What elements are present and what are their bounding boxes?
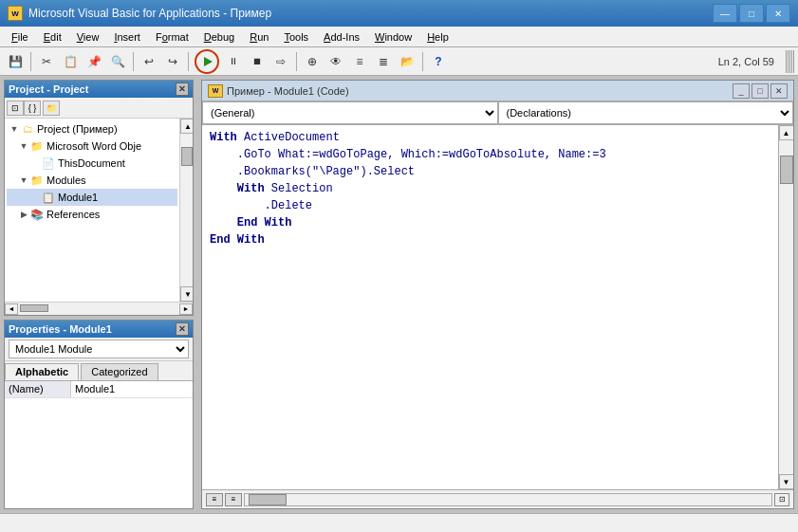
toolbar: 💾 ✂ 📋 📌 🔍 ↩ ↪ ⏸ ⏹ ⇨ ⊕ 👁 ≡ ≣ 📂 ? Ln 2, Co… — [0, 47, 798, 76]
tree-vscroll-thumb[interactable] — [181, 147, 193, 166]
imm-button[interactable]: ≣ — [372, 50, 395, 73]
code-object-select[interactable]: (General) — [202, 101, 498, 124]
project-panel-title: Project - Project — [9, 83, 88, 95]
menu-debug[interactable]: Debug — [196, 29, 242, 45]
code-bottom-btn1[interactable]: ≡ — [206, 493, 223, 506]
undo-button[interactable]: ↩ — [138, 50, 160, 73]
tree-scroll-left[interactable] — [5, 303, 18, 315]
tree-scroll-right[interactable] — [179, 303, 193, 315]
prop-module-select[interactable]: Module1 Module — [9, 339, 189, 358]
menu-tools[interactable]: Tools — [276, 29, 316, 45]
tree-toggle-wordobj[interactable]: ▼ — [18, 141, 29, 151]
left-panels: Project - Project ✕ ⊡ { } 📁 ▼ 🗂 Project … — [4, 80, 194, 509]
pause-button[interactable]: ⏸ — [222, 50, 245, 73]
code-vscroll[interactable]: ▲ ▼ — [778, 125, 793, 489]
code-win-max[interactable]: □ — [752, 83, 769, 99]
watch-button[interactable]: 👁 — [325, 50, 347, 73]
close-button[interactable]: ✕ — [766, 4, 790, 23]
minimize-button[interactable]: — — [713, 4, 737, 23]
tree-toggle-project[interactable]: ▼ — [9, 124, 20, 134]
proj-toggle-folders-btn[interactable]: 📁 — [43, 101, 60, 116]
help-icon-btn[interactable]: ? — [427, 50, 450, 73]
paste-button[interactable]: 📌 — [83, 50, 105, 73]
properties-panel-title: Properties - Module1 — [9, 323, 112, 335]
code-hscroll[interactable] — [244, 493, 772, 506]
menu-file[interactable]: File — [4, 29, 36, 45]
tree-item-module1[interactable]: 📋 Module1 — [7, 189, 177, 206]
code-win-min[interactable]: _ — [733, 83, 750, 99]
save-button[interactable]: 💾 — [4, 50, 27, 73]
code-window-icon: W — [208, 84, 223, 98]
code-editor[interactable]: With ActiveDocument .GoTo What:=wdGoToPa… — [202, 125, 778, 489]
tree-vscroll[interactable] — [179, 119, 193, 302]
cut-button[interactable]: ✂ — [35, 50, 58, 73]
menu-format[interactable]: Format — [148, 29, 196, 45]
tree-item-project[interactable]: ▼ 🗂 Project (Пример) — [7, 120, 177, 138]
menu-view[interactable]: View — [69, 29, 107, 45]
prop-tab-alphabetic[interactable]: Alphabetic — [5, 363, 79, 380]
proj-view-code-btn[interactable]: { } — [24, 101, 41, 116]
code-win-close[interactable]: ✕ — [770, 83, 788, 99]
tree-toggle-modules[interactable]: ▼ — [18, 175, 29, 185]
toolbar-sep-5 — [422, 52, 423, 71]
bp-button[interactable]: ⊕ — [301, 50, 324, 73]
menu-edit[interactable]: Edit — [36, 29, 69, 45]
project-folder-icon: 🗂 — [20, 122, 35, 136]
properties-panel-close[interactable]: ✕ — [176, 322, 189, 336]
menu-insert[interactable]: Insert — [106, 29, 148, 45]
code-window: W Пример - Module1 (Code) _ □ ✕ (General… — [201, 80, 794, 509]
tree-hscroll[interactable] — [5, 302, 193, 315]
code-proc-select[interactable]: (Declarations) — [498, 101, 794, 124]
obj-button[interactable]: 📂 — [396, 50, 418, 73]
menu-addins[interactable]: Add-Ins — [316, 29, 367, 45]
menu-run[interactable]: Run — [242, 29, 276, 45]
tree-label-thisdoc: ThisDocument — [58, 157, 125, 169]
maximize-button[interactable]: □ — [739, 4, 764, 23]
prop-tabs: Alphabetic Categorized — [5, 361, 193, 381]
menu-window[interactable]: Window — [367, 29, 419, 45]
tree-label-project: Project (Пример) — [37, 123, 118, 135]
main-area: Project - Project ✕ ⊡ { } 📁 ▼ 🗂 Project … — [0, 76, 798, 513]
status-bar — [0, 513, 798, 532]
tree-label-references: References — [46, 209, 100, 220]
code-vscroll-thumb[interactable] — [780, 156, 793, 184]
menu-help[interactable]: Help — [419, 29, 456, 45]
code-scroll-up[interactable]: ▲ — [779, 125, 794, 140]
run-btn-outer — [193, 47, 221, 76]
code-scroll-down[interactable]: ▼ — [779, 474, 794, 489]
toolbar-sep-1 — [30, 52, 31, 71]
tree-label-modules: Modules — [46, 174, 86, 186]
tree-item-references[interactable]: ▶ 📚 References — [7, 206, 177, 223]
project-panel-close[interactable]: ✕ — [176, 83, 189, 96]
tree-scroll-up[interactable] — [180, 119, 193, 134]
tree-label-module1: Module1 — [58, 192, 98, 203]
prop-field-name: (Name) — [5, 381, 71, 397]
tree-item-wordobj[interactable]: ▼ 📁 Microsoft Word Obje — [7, 138, 177, 155]
prop-row-name: (Name) Module1 — [5, 381, 193, 398]
tree-item-thisdoc[interactable]: 📄 ThisDocument — [7, 155, 177, 172]
tree-scroll-down[interactable] — [180, 286, 193, 302]
app-icon: W — [8, 6, 23, 21]
locals-button[interactable]: ≡ — [348, 50, 371, 73]
code-bottom-btn2[interactable]: ≡ — [225, 493, 242, 506]
code-hscroll-thumb[interactable] — [249, 494, 287, 505]
step-button[interactable]: ⇨ — [269, 50, 292, 73]
find-button[interactable]: 🔍 — [106, 50, 129, 73]
references-icon: 📚 — [29, 208, 45, 221]
proj-view-object-btn[interactable]: ⊡ — [7, 101, 24, 116]
stop-button[interactable]: ⏹ — [246, 50, 269, 73]
toolbar-sep-2 — [133, 52, 134, 71]
project-tree[interactable]: ▼ 🗂 Project (Пример) ▼ 📁 Microsoft Word … — [5, 119, 179, 302]
run-button[interactable] — [195, 49, 219, 74]
project-panel: Project - Project ✕ ⊡ { } 📁 ▼ 🗂 Project … — [4, 80, 194, 316]
tree-toggle-thisdoc — [29, 158, 41, 168]
tree-toggle-references[interactable]: ▶ — [18, 210, 29, 219]
tree-item-modules[interactable]: ▼ 📁 Modules — [7, 172, 177, 189]
title-bar-text: Microsoft Visual Basic for Applications … — [28, 7, 713, 20]
code-window-title: Пример - Module1 (Code) — [227, 85, 349, 97]
prop-tab-categorized[interactable]: Categorized — [81, 363, 158, 380]
code-win-controls: _ □ ✕ — [733, 83, 788, 99]
redo-button[interactable]: ↪ — [161, 50, 184, 73]
module1-icon: 📋 — [41, 191, 56, 204]
copy-button[interactable]: 📋 — [59, 50, 82, 73]
